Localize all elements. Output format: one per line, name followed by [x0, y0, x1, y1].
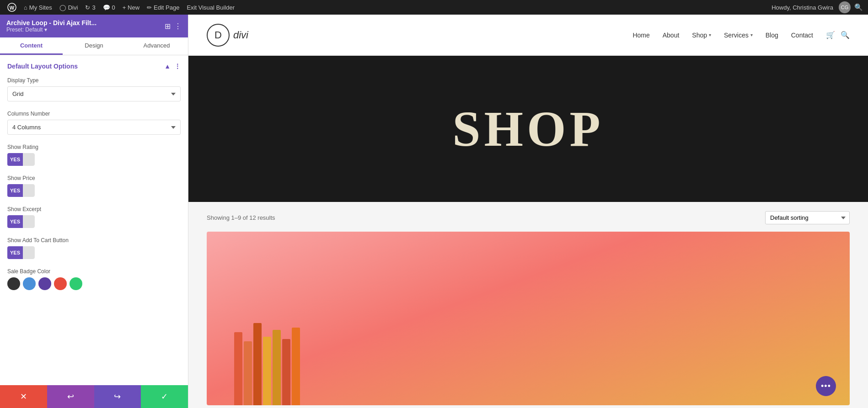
nav-services[interactable]: Services ▾: [724, 32, 753, 39]
collapse-icon[interactable]: ▲: [164, 63, 171, 70]
panel-header-icons: ⊞ ⋮: [165, 22, 182, 31]
toggle-handle: [23, 153, 35, 166]
site-nav: Home About Shop ▾ Services ▾ Blog Contac: [632, 31, 850, 39]
pencils-row: [207, 323, 300, 405]
display-type-select[interactable]: Grid List Masonry: [7, 86, 181, 101]
search-icon[interactable]: 🔍: [852, 1, 864, 13]
panel-title: Archive Loop - Divi Ajax Filt...: [6, 19, 96, 26]
admin-bar: W ⌂ My Sites ◯ Divi ↻ 3 💬 0 + New ✏ Edit…: [0, 0, 868, 15]
site-logo: D divi: [207, 24, 248, 47]
pencil-7: [292, 328, 300, 405]
comment-count-button[interactable]: 💬 0: [99, 0, 119, 15]
color-swatches: [7, 277, 181, 290]
swatch-purple[interactable]: [38, 277, 51, 290]
sale-badge-color-label: Sale Badge Color: [7, 268, 181, 275]
cart-icon[interactable]: 🛒: [826, 31, 835, 39]
pencil-2: [244, 341, 252, 405]
swatch-blue[interactable]: [23, 277, 36, 290]
columns-number-field: Columns Number 1 Column 2 Columns 3 Colu…: [7, 111, 181, 135]
columns-number-select[interactable]: 1 Column 2 Columns 3 Columns 4 Columns 5…: [7, 120, 181, 135]
logo-d-letter: D: [214, 29, 222, 41]
sort-select[interactable]: Default sorting Sort by popularity Sort …: [765, 211, 850, 224]
pencil-1: [234, 332, 242, 405]
undo-button[interactable]: ↩: [47, 385, 94, 408]
comment-icon: 💬: [103, 4, 110, 11]
left-panel: Archive Loop - Divi Ajax Filt... Preset:…: [0, 15, 188, 408]
bottom-toolbar: ✕ ↩ ↪ ✓: [0, 385, 188, 408]
show-add-to-cart-toggle[interactable]: YES: [7, 246, 35, 259]
section-title: Default Layout Options ▲ ⋮: [7, 63, 181, 70]
toggle-yes-label: YES: [7, 184, 23, 197]
columns-number-label: Columns Number: [7, 111, 181, 117]
settings-icon[interactable]: ⋮: [174, 63, 181, 70]
toggle-yes-label: YES: [7, 246, 23, 259]
display-type-field: Display Type Grid List Masonry: [7, 77, 181, 101]
show-price-label: Show Price: [7, 175, 181, 181]
search-icon[interactable]: 🔍: [841, 31, 850, 39]
panel-content: Default Layout Options ▲ ⋮ Display Type …: [0, 55, 188, 385]
site-header: D divi Home About Shop ▾ Services ▾: [188, 15, 868, 56]
show-excerpt-label: Show Excerpt: [7, 206, 181, 212]
refresh-icon: ↻: [85, 4, 90, 11]
panel-preset[interactable]: Preset: Default ▾: [6, 26, 96, 33]
nav-contact[interactable]: Contact: [791, 32, 813, 39]
toggle-handle: [23, 184, 35, 197]
results-text: Showing 1–9 of 12 results: [207, 214, 275, 221]
redo-button[interactable]: ↪: [94, 385, 141, 408]
tabs: Content Design Advanced: [0, 37, 188, 55]
tab-advanced[interactable]: Advanced: [125, 37, 188, 55]
edit-page-button[interactable]: ✏ Edit Page: [143, 0, 183, 15]
my-sites-button[interactable]: ⌂ My Sites: [20, 0, 56, 15]
show-price-toggle[interactable]: YES: [7, 184, 35, 197]
new-button[interactable]: + New: [119, 0, 143, 15]
preview-content: SHOP Showing 1–9 of 12 results Default s…: [188, 56, 868, 408]
shop-toolbar: Showing 1–9 of 12 results Default sortin…: [207, 211, 850, 224]
chevron-down-icon: ▾: [709, 32, 711, 37]
nav-shop[interactable]: Shop ▾: [692, 32, 711, 39]
toggle-yes-label: YES: [7, 153, 23, 166]
show-add-to-cart-label: Show Add To Cart Button: [7, 237, 181, 244]
swatch-red[interactable]: [54, 277, 67, 290]
pencil-5: [273, 330, 281, 405]
product-image-area: •••: [207, 232, 850, 405]
svg-text:W: W: [10, 5, 15, 11]
avatar[interactable]: CG: [839, 1, 851, 13]
cancel-button[interactable]: ✕: [0, 385, 47, 408]
save-button[interactable]: ✓: [141, 385, 188, 408]
sale-badge-color-field: Sale Badge Color: [7, 268, 181, 290]
show-rating-field: Show Rating YES: [7, 144, 181, 166]
comments-button[interactable]: ↻ 3: [81, 0, 99, 15]
logo-circle: D: [207, 24, 230, 47]
toggle-handle: [23, 246, 35, 259]
pencil-4: [263, 337, 271, 405]
tab-design[interactable]: Design: [63, 37, 125, 55]
dots-menu-button[interactable]: •••: [816, 376, 836, 396]
more-options-icon[interactable]: ⋮: [174, 22, 182, 31]
exit-builder-button[interactable]: Exit Visual Builder: [183, 0, 238, 15]
nav-blog[interactable]: Blog: [766, 32, 778, 39]
show-rating-toggle[interactable]: YES: [7, 153, 35, 166]
layout-icon[interactable]: ⊞: [165, 22, 171, 31]
shop-title: SHOP: [452, 100, 604, 158]
show-excerpt-toggle[interactable]: YES: [7, 215, 35, 228]
toggle-yes-label: YES: [7, 215, 23, 228]
tab-content[interactable]: Content: [0, 37, 63, 55]
pencil-6: [282, 339, 290, 405]
divi-icon: ◯: [59, 4, 66, 11]
panel-header: Archive Loop - Divi Ajax Filt... Preset:…: [0, 15, 188, 37]
swatch-dark[interactable]: [7, 277, 20, 290]
pencil-3: [253, 323, 262, 405]
nav-about[interactable]: About: [663, 32, 680, 39]
shop-hero: SHOP: [188, 56, 868, 202]
divi-button[interactable]: ◯ Divi: [56, 0, 82, 15]
show-add-to-cart-field: Show Add To Cart Button YES: [7, 237, 181, 259]
main-layout: Archive Loop - Divi Ajax Filt... Preset:…: [0, 15, 868, 408]
pencil-icon: ✏: [147, 4, 152, 11]
admin-bar-right: Howdy, Christina Gwira CG 🔍: [768, 1, 864, 13]
show-price-field: Show Price YES: [7, 175, 181, 197]
preview-area: D divi Home About Shop ▾ Services ▾: [188, 15, 868, 408]
wp-logo-button[interactable]: W: [4, 0, 20, 15]
swatch-green[interactable]: [70, 277, 82, 290]
chevron-down-icon: ▾: [750, 32, 753, 37]
nav-home[interactable]: Home: [632, 32, 649, 39]
